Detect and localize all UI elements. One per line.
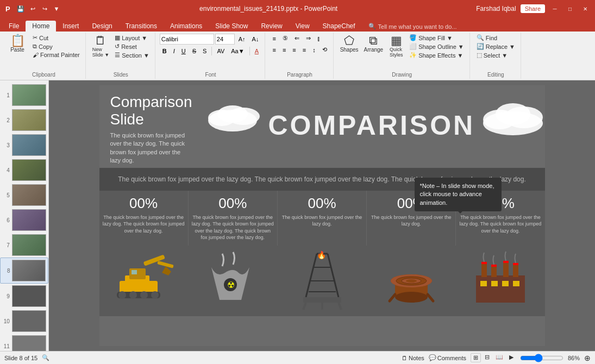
italic-button[interactable]: I bbox=[171, 47, 178, 55]
reset-button[interactable]: ↺ Reset bbox=[112, 42, 152, 51]
maximize-button[interactable]: □ bbox=[565, 3, 575, 14]
svg-point-9 bbox=[496, 103, 530, 125]
strikethrough-button[interactable]: S bbox=[190, 47, 199, 55]
notes-button[interactable]: 🗒 Notes bbox=[402, 355, 424, 361]
tab-view[interactable]: View bbox=[289, 21, 316, 32]
slide-thumb-9[interactable]: 9 bbox=[0, 284, 48, 309]
title-bar: P 💾 ↩ ↪ ▼ environmental_issues_21419.ppt… bbox=[0, 0, 595, 17]
tab-file[interactable]: File bbox=[2, 21, 26, 32]
quick-styles-button[interactable]: ▦ QuickStyles bbox=[386, 34, 406, 59]
quick-styles-icon: ▦ bbox=[391, 35, 402, 47]
illustrations-row: ☢ bbox=[99, 246, 545, 316]
text-direction-button[interactable]: ⟲ bbox=[320, 45, 330, 54]
slide-sorter-button[interactable]: ⊟ bbox=[483, 353, 492, 362]
line-spacing-button[interactable]: ↕ bbox=[310, 46, 318, 54]
underline-button[interactable]: U bbox=[179, 47, 189, 55]
illus-excavator bbox=[99, 248, 189, 316]
tell-me-input[interactable]: Tell me what you want to do... bbox=[378, 23, 457, 30]
numbering-button[interactable]: ⑤ bbox=[280, 34, 291, 43]
find-button[interactable]: 🔍 Find bbox=[474, 34, 517, 42]
tab-transitions[interactable]: Transitions bbox=[119, 21, 164, 32]
reading-view-button[interactable]: 📖 bbox=[493, 353, 505, 362]
svg-rect-44 bbox=[476, 275, 525, 303]
copy-icon: ⧉ bbox=[33, 43, 37, 50]
close-button[interactable]: ✕ bbox=[580, 3, 591, 14]
normal-view-button[interactable]: ⊞ bbox=[471, 353, 481, 362]
columns-button[interactable]: ⫿ bbox=[315, 34, 323, 43]
shapes-button[interactable]: ⬠ Shapes bbox=[338, 34, 361, 54]
cut-button[interactable]: ✂ Cut bbox=[30, 34, 82, 42]
tab-review[interactable]: Review bbox=[254, 21, 289, 32]
save-icon[interactable]: 💾 bbox=[16, 4, 25, 13]
slide-thumb-8[interactable]: 8 bbox=[0, 258, 48, 284]
tab-shapechef[interactable]: ShapeChef bbox=[316, 21, 362, 32]
illus-stump bbox=[367, 248, 456, 316]
replace-button[interactable]: 🔄 Replace ▼ bbox=[474, 42, 517, 51]
main-area: 1 2 3 4 5 6 7 8 bbox=[0, 80, 595, 351]
svg-text:P: P bbox=[5, 5, 10, 13]
paste-button[interactable]: 📋 Paste bbox=[5, 34, 29, 54]
cut-icon: ✂ bbox=[33, 34, 37, 41]
ribbon-group-editing: 🔍 Find 🔄 Replace ▼ ⬚ Select ▼ Editing bbox=[471, 33, 521, 79]
shadow-button[interactable]: S bbox=[200, 47, 209, 55]
shape-outline-button[interactable]: ⬜ Shape Outline ▼ bbox=[407, 42, 466, 51]
slide-thumb-1[interactable]: 1 bbox=[0, 83, 48, 108]
tab-design[interactable]: Design bbox=[85, 21, 118, 32]
slideshow-button[interactable]: ▶ bbox=[507, 353, 516, 362]
tab-home[interactable]: Home bbox=[26, 21, 56, 32]
align-center-button[interactable]: ≡ bbox=[280, 46, 289, 54]
zoom-slider[interactable] bbox=[520, 354, 563, 362]
stat-col-3: 00% The quick brown fox jumped over the … bbox=[278, 191, 367, 246]
slide-thumb-3[interactable]: 3 bbox=[0, 133, 48, 158]
section-button[interactable]: ☰ Section ▼ bbox=[112, 51, 152, 59]
new-slide-icon: 🗒 bbox=[95, 35, 107, 47]
bold-button[interactable]: B bbox=[160, 47, 170, 55]
font-grow-button[interactable]: A↑ bbox=[236, 35, 248, 43]
slide-thumb-7[interactable]: 7 bbox=[0, 233, 48, 258]
shape-fill-button[interactable]: 🪣 Shape Fill ▼ bbox=[407, 34, 466, 42]
slide-thumb-11[interactable]: 11 bbox=[0, 334, 48, 351]
shape-effects-button[interactable]: ✨ Shape Effects ▼ bbox=[407, 51, 466, 59]
layout-button[interactable]: ▦ Layout ▼ bbox=[112, 34, 152, 42]
char-spacing-button[interactable]: AV bbox=[214, 47, 227, 55]
slide-canvas[interactable]: *Note – In slide show mode, click mouse … bbox=[99, 85, 545, 346]
font-color-button[interactable]: A bbox=[252, 47, 261, 55]
redo-icon[interactable]: ↪ bbox=[40, 4, 49, 13]
change-case-button[interactable]: Aa▼ bbox=[228, 47, 247, 55]
svg-line-33 bbox=[339, 303, 341, 310]
arrange-button[interactable]: ⧉ Arrange bbox=[362, 34, 386, 54]
canvas-area: *Note – In slide show mode, click mouse … bbox=[49, 80, 595, 351]
slide-thumb-5[interactable]: 5 bbox=[0, 183, 48, 208]
decrease-indent-button[interactable]: ⇐ bbox=[292, 34, 302, 43]
share-button[interactable]: Share bbox=[521, 4, 545, 13]
customize-icon[interactable]: ▼ bbox=[52, 4, 61, 13]
align-left-button[interactable]: ≡ bbox=[270, 46, 278, 54]
ribbon-group-clipboard: 📋 Paste ✂ Cut ⧉ Copy 🖌 Format Painter Cl… bbox=[2, 33, 86, 79]
reset-icon: ↺ bbox=[115, 43, 120, 50]
minimize-button[interactable]: ─ bbox=[549, 3, 560, 14]
slide-thumb-4[interactable]: 4 bbox=[0, 158, 48, 183]
slide-thumb-2[interactable]: 2 bbox=[0, 108, 48, 133]
slide-preview-8 bbox=[12, 260, 46, 281]
tab-slideshow[interactable]: Slide Show bbox=[209, 21, 254, 32]
font-shrink-button[interactable]: A↓ bbox=[249, 35, 262, 43]
user-profile[interactable]: Farshad Iqbal bbox=[476, 5, 516, 12]
justify-button[interactable]: ≡ bbox=[300, 46, 309, 54]
fit-to-window-button[interactable]: ⊕ bbox=[584, 354, 591, 362]
copy-button[interactable]: ⧉ Copy bbox=[30, 42, 82, 51]
align-right-button[interactable]: ≡ bbox=[290, 46, 298, 54]
comments-button[interactable]: 💬 Comments bbox=[429, 354, 466, 361]
slide-thumb-10[interactable]: 10 bbox=[0, 309, 48, 334]
tab-animations[interactable]: Animations bbox=[164, 21, 209, 32]
font-size-input[interactable] bbox=[215, 34, 235, 45]
format-painter-button[interactable]: 🖌 Format Painter bbox=[30, 51, 82, 59]
undo-icon[interactable]: ↩ bbox=[28, 4, 37, 13]
font-family-input[interactable] bbox=[160, 34, 214, 45]
new-slide-button[interactable]: 🗒 NewSlide ▼ bbox=[90, 34, 111, 59]
slide-thumb-6[interactable]: 6 bbox=[0, 208, 48, 233]
status-bar: Slide 8 of 15 🔍 🗒 Notes 💬 Comments ⊞ ⊟ 📖… bbox=[0, 351, 595, 364]
increase-indent-button[interactable]: ⇒ bbox=[303, 34, 314, 43]
tab-insert[interactable]: Insert bbox=[56, 21, 85, 32]
bullets-button[interactable]: ≡ bbox=[270, 34, 278, 43]
select-button[interactable]: ⬚ Select ▼ bbox=[474, 51, 517, 59]
